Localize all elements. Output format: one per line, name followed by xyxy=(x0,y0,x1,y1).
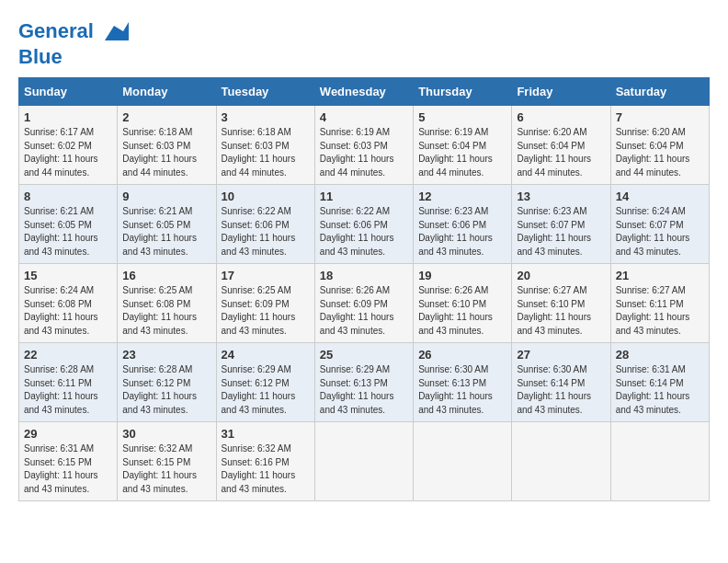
calendar-cell: 24 Sunrise: 6:29 AMSunset: 6:12 PMDaylig… xyxy=(216,343,314,422)
calendar-cell: 20 Sunrise: 6:27 AMSunset: 6:10 PMDaylig… xyxy=(512,264,610,343)
day-number: 27 xyxy=(517,348,605,362)
calendar-table: SundayMondayTuesdayWednesdayThursdayFrid… xyxy=(18,77,710,501)
day-info: Sunrise: 6:23 AMSunset: 6:06 PMDaylight:… xyxy=(418,205,506,259)
page-header: General Blue xyxy=(18,18,710,68)
header-wednesday: Wednesday xyxy=(314,78,413,106)
day-number: 7 xyxy=(616,110,704,124)
calendar-cell: 15 Sunrise: 6:24 AMSunset: 6:08 PMDaylig… xyxy=(19,264,118,343)
day-info: Sunrise: 6:30 AMSunset: 6:14 PMDaylight:… xyxy=(517,363,605,417)
day-info: Sunrise: 6:28 AMSunset: 6:12 PMDaylight:… xyxy=(122,363,210,417)
calendar-cell: 25 Sunrise: 6:29 AMSunset: 6:13 PMDaylig… xyxy=(314,343,413,422)
calendar-cell: 3 Sunrise: 6:18 AMSunset: 6:03 PMDayligh… xyxy=(216,106,314,185)
day-info: Sunrise: 6:29 AMSunset: 6:13 PMDaylight:… xyxy=(320,363,408,417)
calendar-week-row: 8 Sunrise: 6:21 AMSunset: 6:05 PMDayligh… xyxy=(19,185,710,264)
calendar-cell: 19 Sunrise: 6:26 AMSunset: 6:10 PMDaylig… xyxy=(414,264,512,343)
header-friday: Friday xyxy=(512,78,610,106)
calendar-cell: 28 Sunrise: 6:31 AMSunset: 6:14 PMDaylig… xyxy=(610,343,709,422)
day-number: 28 xyxy=(616,348,704,362)
day-info: Sunrise: 6:25 AMSunset: 6:09 PMDaylight:… xyxy=(222,284,310,338)
header-tuesday: Tuesday xyxy=(216,78,314,106)
calendar-cell: 18 Sunrise: 6:26 AMSunset: 6:09 PMDaylig… xyxy=(314,264,413,343)
header-monday: Monday xyxy=(118,78,216,106)
day-number: 4 xyxy=(320,110,408,124)
day-number: 26 xyxy=(418,348,506,362)
day-number: 5 xyxy=(418,110,506,124)
day-number: 25 xyxy=(320,348,408,362)
calendar-week-row: 15 Sunrise: 6:24 AMSunset: 6:08 PMDaylig… xyxy=(19,264,710,343)
day-number: 17 xyxy=(222,269,310,282)
day-number: 12 xyxy=(418,190,506,203)
calendar-cell: 6 Sunrise: 6:20 AMSunset: 6:04 PMDayligh… xyxy=(512,106,610,185)
day-info: Sunrise: 6:31 AMSunset: 6:15 PMDaylight:… xyxy=(24,442,112,496)
day-number: 9 xyxy=(122,190,210,203)
day-info: Sunrise: 6:20 AMSunset: 6:04 PMDaylight:… xyxy=(616,126,704,179)
calendar-header-row: SundayMondayTuesdayWednesdayThursdayFrid… xyxy=(19,78,710,106)
calendar-cell: 22 Sunrise: 6:28 AMSunset: 6:11 PMDaylig… xyxy=(19,343,118,422)
day-info: Sunrise: 6:23 AMSunset: 6:07 PMDaylight:… xyxy=(517,205,605,259)
calendar-cell: 4 Sunrise: 6:19 AMSunset: 6:03 PMDayligh… xyxy=(314,106,413,185)
logo: General Blue xyxy=(18,18,129,68)
day-number: 16 xyxy=(122,269,210,282)
day-info: Sunrise: 6:22 AMSunset: 6:06 PMDaylight:… xyxy=(320,205,408,259)
day-number: 10 xyxy=(222,190,310,203)
day-info: Sunrise: 6:17 AMSunset: 6:02 PMDaylight:… xyxy=(24,126,112,179)
day-number: 3 xyxy=(222,110,310,124)
calendar-cell: 27 Sunrise: 6:30 AMSunset: 6:14 PMDaylig… xyxy=(512,343,610,422)
header-saturday: Saturday xyxy=(610,78,709,106)
day-info: Sunrise: 6:19 AMSunset: 6:03 PMDaylight:… xyxy=(320,126,408,179)
svg-marker-0 xyxy=(105,22,129,40)
day-info: Sunrise: 6:20 AMSunset: 6:04 PMDaylight:… xyxy=(517,126,605,179)
day-info: Sunrise: 6:22 AMSunset: 6:06 PMDaylight:… xyxy=(222,205,310,259)
header-thursday: Thursday xyxy=(414,78,512,106)
calendar-cell: 17 Sunrise: 6:25 AMSunset: 6:09 PMDaylig… xyxy=(216,264,314,343)
day-info: Sunrise: 6:29 AMSunset: 6:12 PMDaylight:… xyxy=(222,363,310,417)
calendar-week-row: 1 Sunrise: 6:17 AMSunset: 6:02 PMDayligh… xyxy=(19,106,710,185)
calendar-cell: 13 Sunrise: 6:23 AMSunset: 6:07 PMDaylig… xyxy=(512,185,610,264)
day-number: 29 xyxy=(24,427,112,441)
logo-icon xyxy=(101,18,129,46)
day-number: 30 xyxy=(122,427,210,441)
day-number: 1 xyxy=(24,110,112,124)
day-info: Sunrise: 6:32 AMSunset: 6:16 PMDaylight:… xyxy=(222,442,310,496)
day-info: Sunrise: 6:24 AMSunset: 6:08 PMDaylight:… xyxy=(24,284,112,338)
day-number: 22 xyxy=(24,348,112,362)
day-info: Sunrise: 6:19 AMSunset: 6:04 PMDaylight:… xyxy=(418,126,506,179)
day-info: Sunrise: 6:26 AMSunset: 6:10 PMDaylight:… xyxy=(418,284,506,338)
day-number: 8 xyxy=(24,190,112,203)
calendar-cell: 31 Sunrise: 6:32 AMSunset: 6:16 PMDaylig… xyxy=(216,422,314,501)
calendar-week-row: 22 Sunrise: 6:28 AMSunset: 6:11 PMDaylig… xyxy=(19,343,710,422)
calendar-cell: 30 Sunrise: 6:32 AMSunset: 6:15 PMDaylig… xyxy=(118,422,216,501)
calendar-cell: 16 Sunrise: 6:25 AMSunset: 6:08 PMDaylig… xyxy=(118,264,216,343)
calendar-cell: 1 Sunrise: 6:17 AMSunset: 6:02 PMDayligh… xyxy=(19,106,118,185)
logo-general: General xyxy=(18,19,94,42)
logo-blue: Blue xyxy=(18,46,129,68)
calendar-cell: 9 Sunrise: 6:21 AMSunset: 6:05 PMDayligh… xyxy=(118,185,216,264)
day-number: 23 xyxy=(122,348,210,362)
calendar-cell: 21 Sunrise: 6:27 AMSunset: 6:11 PMDaylig… xyxy=(610,264,709,343)
day-info: Sunrise: 6:24 AMSunset: 6:07 PMDaylight:… xyxy=(616,205,704,259)
calendar-cell: 11 Sunrise: 6:22 AMSunset: 6:06 PMDaylig… xyxy=(314,185,413,264)
calendar-cell xyxy=(512,422,610,501)
day-info: Sunrise: 6:28 AMSunset: 6:11 PMDaylight:… xyxy=(24,363,112,417)
calendar-cell: 5 Sunrise: 6:19 AMSunset: 6:04 PMDayligh… xyxy=(414,106,512,185)
day-number: 14 xyxy=(616,190,704,203)
calendar-cell: 14 Sunrise: 6:24 AMSunset: 6:07 PMDaylig… xyxy=(610,185,709,264)
calendar-cell: 7 Sunrise: 6:20 AMSunset: 6:04 PMDayligh… xyxy=(610,106,709,185)
calendar-cell: 8 Sunrise: 6:21 AMSunset: 6:05 PMDayligh… xyxy=(19,185,118,264)
day-number: 2 xyxy=(122,110,210,124)
day-number: 13 xyxy=(517,190,605,203)
day-number: 19 xyxy=(418,269,506,282)
calendar-cell xyxy=(414,422,512,501)
day-info: Sunrise: 6:18 AMSunset: 6:03 PMDaylight:… xyxy=(222,126,310,179)
calendar-cell: 29 Sunrise: 6:31 AMSunset: 6:15 PMDaylig… xyxy=(19,422,118,501)
calendar-cell: 26 Sunrise: 6:30 AMSunset: 6:13 PMDaylig… xyxy=(414,343,512,422)
day-info: Sunrise: 6:27 AMSunset: 6:10 PMDaylight:… xyxy=(517,284,605,338)
day-number: 21 xyxy=(616,269,704,282)
day-number: 18 xyxy=(320,269,408,282)
calendar-cell xyxy=(314,422,413,501)
day-info: Sunrise: 6:30 AMSunset: 6:13 PMDaylight:… xyxy=(418,363,506,417)
day-info: Sunrise: 6:25 AMSunset: 6:08 PMDaylight:… xyxy=(122,284,210,338)
calendar-cell: 10 Sunrise: 6:22 AMSunset: 6:06 PMDaylig… xyxy=(216,185,314,264)
day-number: 15 xyxy=(24,269,112,282)
calendar-week-row: 29 Sunrise: 6:31 AMSunset: 6:15 PMDaylig… xyxy=(19,422,710,501)
